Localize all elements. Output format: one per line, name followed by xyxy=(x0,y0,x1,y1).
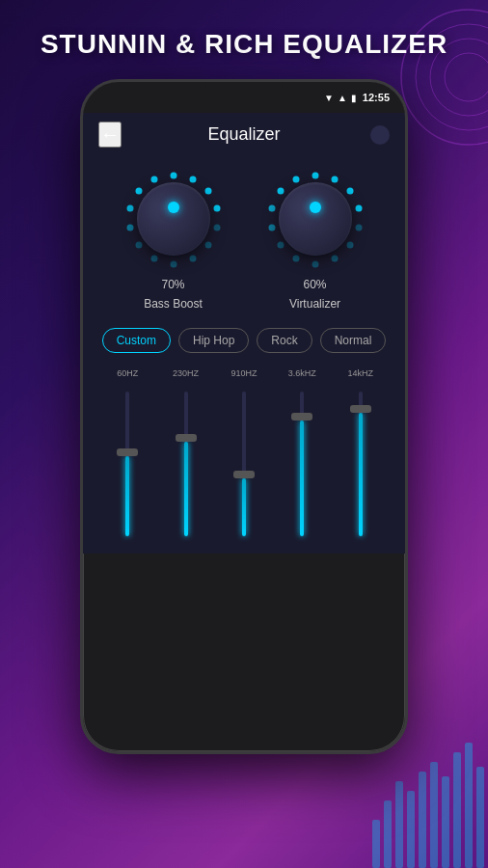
bass-boost-knob-container: 70% Bass Boost xyxy=(121,166,227,311)
svg-point-6 xyxy=(204,188,211,195)
battery-icon: ▮ xyxy=(351,93,357,103)
band-rail-230hz xyxy=(184,392,188,536)
svg-point-18 xyxy=(312,173,318,179)
band-thumb-60hz[interactable] xyxy=(117,448,138,456)
band-rail-14khz xyxy=(359,392,363,536)
svg-point-17 xyxy=(150,176,157,183)
virtualizer-value: 60% xyxy=(303,278,326,291)
bass-boost-knob[interactable] xyxy=(121,166,227,272)
svg-point-4 xyxy=(170,173,176,179)
svg-point-8 xyxy=(213,225,220,231)
band-track-60hz xyxy=(108,384,147,538)
band-label-36khz: 3.6kHZ xyxy=(283,368,321,378)
phone-notch xyxy=(205,82,283,95)
virtualizer-indicator xyxy=(310,202,321,213)
svg-point-10 xyxy=(189,256,196,262)
back-button[interactable]: ← xyxy=(98,122,122,148)
bass-boost-indicator xyxy=(168,202,179,213)
svg-point-26 xyxy=(292,256,299,262)
band-fill-60hz xyxy=(125,456,129,536)
page-title: STUNNIN & RICH EQUALIZER xyxy=(19,29,469,60)
svg-point-13 xyxy=(135,242,142,249)
status-icons: ▼ ▲ ▮ 12:55 xyxy=(324,92,390,103)
preset-normal[interactable]: Normal xyxy=(320,328,387,353)
svg-point-24 xyxy=(331,256,338,262)
svg-point-11 xyxy=(170,261,176,268)
band-labels: 60HZ 230HZ 910HZ 3.6kHZ 14kHZ xyxy=(98,368,390,378)
band-label-60hz: 60HZ xyxy=(108,368,147,378)
status-bar: ▼ ▲ ▮ 12:55 xyxy=(83,82,405,113)
band-track-14khz xyxy=(341,384,380,538)
band-track-36khz xyxy=(283,384,321,538)
svg-point-7 xyxy=(213,205,220,212)
svg-rect-40 xyxy=(465,743,473,868)
band-label-230hz: 230HZ xyxy=(167,368,205,378)
band-rail-910hz xyxy=(242,392,246,536)
presets-row: Custom Hip Hop Rock Normal xyxy=(83,320,405,361)
band-thumb-910hz[interactable] xyxy=(233,471,255,478)
svg-rect-32 xyxy=(372,820,380,868)
band-fill-36khz xyxy=(300,420,304,536)
band-rail-60hz xyxy=(125,392,129,536)
svg-rect-37 xyxy=(430,762,438,868)
bands-container xyxy=(98,384,390,538)
band-thumb-36khz[interactable] xyxy=(291,413,312,420)
svg-point-21 xyxy=(355,205,362,212)
svg-point-23 xyxy=(346,242,353,249)
svg-point-27 xyxy=(277,242,284,249)
virtualizer-knob-body xyxy=(279,182,352,256)
svg-point-25 xyxy=(312,261,318,268)
svg-point-22 xyxy=(355,225,362,231)
equalizer-header: ← Equalizer xyxy=(83,113,405,156)
band-track-910hz xyxy=(225,384,263,538)
svg-point-19 xyxy=(331,176,338,183)
band-track-230hz xyxy=(167,384,205,538)
svg-rect-36 xyxy=(419,772,426,868)
svg-rect-34 xyxy=(395,781,403,868)
bass-boost-value: 70% xyxy=(161,278,184,291)
wifi-icon: ▼ xyxy=(324,93,334,103)
band-rail-36khz xyxy=(300,392,304,536)
svg-point-29 xyxy=(268,205,275,212)
band-label-910hz: 910HZ xyxy=(225,368,263,378)
header-options-dot[interactable] xyxy=(370,125,390,145)
svg-point-14 xyxy=(126,225,133,231)
band-label-14khz: 14kHZ xyxy=(341,368,380,378)
svg-point-16 xyxy=(135,188,142,195)
phone-body: ▼ ▲ ▮ 12:55 ← Equalizer xyxy=(80,79,408,754)
svg-point-5 xyxy=(189,176,196,183)
svg-point-12 xyxy=(150,256,157,262)
svg-point-15 xyxy=(126,205,133,212)
status-time: 12:55 xyxy=(363,92,390,103)
preset-hiphop[interactable]: Hip Hop xyxy=(178,328,249,353)
svg-rect-33 xyxy=(384,800,392,868)
title-area: STUNNIN & RICH EQUALIZER xyxy=(0,0,488,79)
svg-point-30 xyxy=(277,188,284,195)
band-thumb-14khz[interactable] xyxy=(350,405,371,413)
equalizer-title: Equalizer xyxy=(207,124,280,145)
bass-boost-knob-body xyxy=(137,182,210,256)
svg-rect-35 xyxy=(407,791,415,868)
svg-rect-38 xyxy=(442,776,449,868)
svg-rect-41 xyxy=(476,767,484,868)
virtualizer-knob-container: 60% Virtualizer xyxy=(262,166,368,311)
eq-bands-area: 60HZ 230HZ 910HZ 3.6kHZ 14kHZ xyxy=(83,361,405,554)
screen-content: ← Equalizer xyxy=(83,113,405,554)
svg-point-9 xyxy=(204,242,211,249)
virtualizer-label: Virtualizer xyxy=(289,297,340,311)
virtualizer-knob[interactable] xyxy=(262,166,368,272)
band-fill-230hz xyxy=(184,442,188,536)
signal-icon: ▲ xyxy=(338,93,347,103)
band-fill-910hz xyxy=(242,478,246,536)
preset-custom[interactable]: Custom xyxy=(102,328,171,353)
svg-point-28 xyxy=(268,225,275,231)
knobs-area: 70% Bass Boost xyxy=(83,156,405,320)
phone-wrapper: ▼ ▲ ▮ 12:55 ← Equalizer xyxy=(80,79,408,754)
svg-rect-39 xyxy=(453,752,461,868)
band-thumb-230hz[interactable] xyxy=(176,434,197,442)
bass-boost-label: Bass Boost xyxy=(144,297,203,311)
band-fill-14khz xyxy=(359,413,363,536)
preset-rock[interactable]: Rock xyxy=(257,328,312,353)
svg-point-31 xyxy=(292,176,299,183)
svg-point-20 xyxy=(346,188,353,195)
